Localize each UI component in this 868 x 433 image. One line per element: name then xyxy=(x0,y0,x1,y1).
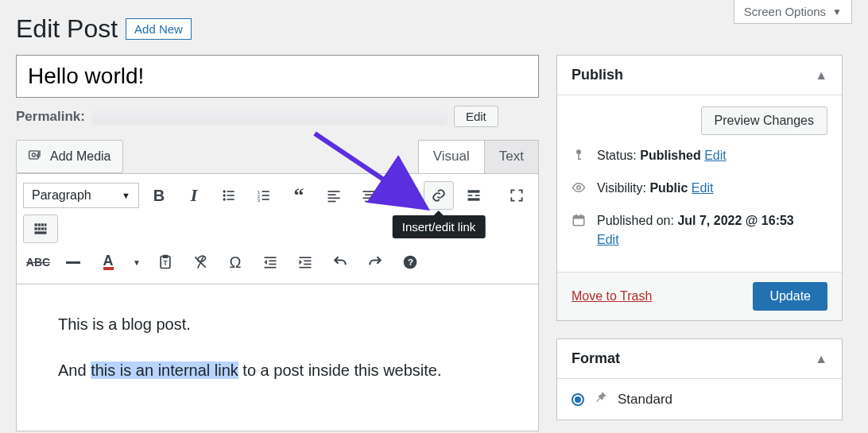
blockquote-button[interactable]: “ xyxy=(284,181,314,210)
svg-rect-38 xyxy=(35,231,47,234)
tab-visual[interactable]: Visual xyxy=(418,140,485,173)
calendar-icon xyxy=(572,213,586,233)
permalink-edit-button[interactable]: Edit xyxy=(454,106,498,127)
special-character-button[interactable]: Ω xyxy=(220,248,250,276)
format-option-standard[interactable]: Standard xyxy=(572,390,827,408)
svg-rect-13 xyxy=(262,199,269,200)
bullet-list-button[interactable] xyxy=(214,181,244,210)
numbered-list-button[interactable]: 123 xyxy=(249,181,279,210)
svg-rect-40 xyxy=(163,255,169,258)
svg-rect-17 xyxy=(328,201,336,203)
italic-button[interactable]: I xyxy=(179,181,209,210)
permalink-url-blurred xyxy=(91,109,448,125)
svg-rect-34 xyxy=(35,227,37,230)
svg-rect-45 xyxy=(269,264,276,265)
svg-rect-32 xyxy=(41,223,44,226)
published-on-row: Published on: Jul 7, 2022 @ 16:53 Edit xyxy=(572,211,827,249)
svg-rect-36 xyxy=(41,227,44,230)
svg-rect-33 xyxy=(45,223,47,226)
svg-rect-37 xyxy=(45,227,47,230)
horizontal-rule-button[interactable] xyxy=(58,248,88,276)
editor-content[interactable]: This is a blog post. And this is an inte… xyxy=(16,284,539,431)
screen-options-label: Screen Options xyxy=(744,5,826,18)
svg-rect-27 xyxy=(468,195,473,196)
svg-text:3: 3 xyxy=(258,198,260,203)
format-option-label: Standard xyxy=(618,392,672,408)
svg-rect-9 xyxy=(262,191,269,192)
text-color-button[interactable]: A xyxy=(93,248,123,276)
pin-icon xyxy=(594,390,608,408)
svg-rect-49 xyxy=(304,264,311,265)
svg-rect-21 xyxy=(365,201,373,203)
tab-text[interactable]: Text xyxy=(484,140,539,173)
svg-text:T: T xyxy=(164,259,168,267)
undo-button[interactable] xyxy=(325,248,355,276)
svg-rect-35 xyxy=(38,227,41,230)
align-left-button[interactable] xyxy=(319,181,349,210)
update-button[interactable]: Update xyxy=(753,282,827,311)
svg-rect-30 xyxy=(35,223,37,226)
strikethrough-button[interactable]: ABC xyxy=(23,248,53,276)
publish-box: Publish ▲ Preview Changes Status: Publis… xyxy=(556,55,843,321)
editor-paragraph-2: And this is an internal link to a post i… xyxy=(58,358,497,383)
read-more-button[interactable] xyxy=(459,181,489,210)
align-right-button[interactable] xyxy=(389,181,419,210)
collapse-icon[interactable]: ▲ xyxy=(815,352,827,366)
paragraph-selector[interactable]: Paragraph ▼ xyxy=(23,183,139,208)
fullscreen-button[interactable] xyxy=(502,181,532,210)
published-on-edit-link[interactable]: Edit xyxy=(597,233,619,246)
paste-text-button[interactable]: T xyxy=(150,248,180,276)
link-tooltip: Insert/edit link xyxy=(393,215,486,238)
svg-rect-5 xyxy=(227,195,234,196)
status-edit-link[interactable]: Edit xyxy=(704,149,727,162)
post-title-input[interactable] xyxy=(16,55,539,98)
add-media-label: Add Media xyxy=(50,149,111,164)
visibility-row: Visibility: Public Edit xyxy=(572,179,827,200)
preview-changes-button[interactable]: Preview Changes xyxy=(701,106,827,135)
svg-rect-11 xyxy=(262,195,269,196)
redo-button[interactable] xyxy=(360,248,390,276)
svg-rect-3 xyxy=(227,191,234,192)
svg-rect-56 xyxy=(578,159,581,160)
clear-formatting-button[interactable] xyxy=(185,248,215,276)
move-to-trash-link[interactable]: Move to Trash xyxy=(572,289,652,303)
svg-point-54 xyxy=(576,149,581,154)
svg-rect-44 xyxy=(269,261,276,262)
svg-rect-26 xyxy=(468,190,480,192)
svg-rect-47 xyxy=(300,257,312,258)
editor-paragraph-1: This is a blog post. xyxy=(58,311,497,337)
svg-rect-43 xyxy=(265,257,277,258)
add-media-button[interactable]: Add Media xyxy=(16,140,123,173)
svg-rect-59 xyxy=(573,216,584,219)
svg-rect-28 xyxy=(475,195,480,196)
insert-link-button[interactable]: Insert/edit link xyxy=(424,181,454,210)
svg-rect-46 xyxy=(265,267,277,269)
eye-icon xyxy=(572,180,586,200)
bold-button[interactable]: B xyxy=(144,181,174,210)
svg-point-6 xyxy=(223,198,226,200)
outdent-button[interactable] xyxy=(255,248,285,276)
permalink-row: Permalink: Edit xyxy=(16,106,539,127)
paragraph-selector-label: Paragraph xyxy=(32,188,91,203)
visibility-edit-link[interactable]: Edit xyxy=(692,181,714,195)
collapse-icon[interactable]: ▲ xyxy=(815,68,827,83)
format-box: Format ▲ Standard xyxy=(556,338,843,420)
camera-music-icon xyxy=(28,147,44,166)
indent-button[interactable] xyxy=(290,248,320,276)
toolbar-toggle-button[interactable] xyxy=(23,215,58,243)
svg-rect-31 xyxy=(38,223,41,226)
screen-options-tab[interactable]: Screen Options ▼ xyxy=(734,0,852,24)
help-button[interactable]: ? xyxy=(395,248,425,276)
svg-rect-23 xyxy=(402,194,410,195)
add-new-button[interactable]: Add New xyxy=(126,18,192,40)
selected-text: this is an internal link xyxy=(91,361,238,379)
chevron-down-icon: ▼ xyxy=(832,6,842,17)
svg-rect-60 xyxy=(575,215,577,218)
svg-rect-19 xyxy=(365,194,373,195)
svg-rect-18 xyxy=(363,191,375,192)
text-color-dropdown[interactable]: ▼ xyxy=(128,248,145,276)
page-title: Edit Post xyxy=(16,14,118,44)
chevron-down-icon: ▼ xyxy=(122,191,130,200)
align-center-button[interactable] xyxy=(354,181,384,210)
svg-rect-29 xyxy=(468,198,480,200)
